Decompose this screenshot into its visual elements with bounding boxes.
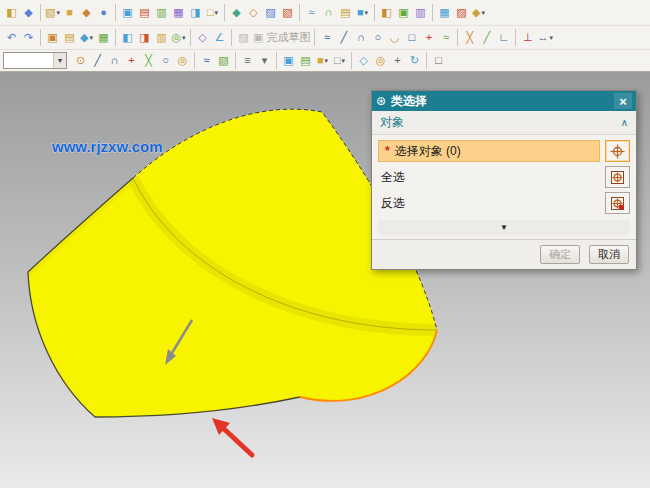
sketch-curve-icon[interactable]: ▨ (235, 28, 252, 48)
toolbar-separator (374, 4, 375, 21)
geometric-constraints-icon[interactable]: ⊥ (519, 28, 536, 48)
dialog-titlebar[interactable]: ⊛ 类选择 × (372, 91, 636, 111)
quick-extend-icon[interactable]: ╱ (478, 28, 495, 48)
pull-face-icon[interactable]: ◨ (136, 28, 153, 48)
selection-filter-icon[interactable]: ▾ (256, 51, 273, 71)
quadrant-snap-icon[interactable]: ◎ (174, 51, 191, 71)
sketch-icon[interactable]: ▧▾ (44, 3, 61, 23)
cancel-button[interactable]: 取消 (589, 245, 629, 264)
toolbar-separator (299, 4, 300, 21)
invert-selection-button[interactable] (605, 192, 630, 214)
window-display-icon[interactable]: □ (430, 51, 447, 71)
offset-surface-icon[interactable]: ◧ (378, 3, 395, 23)
shaded-display-icon[interactable]: ■▾ (314, 51, 331, 71)
collapse-chevron-icon[interactable]: ∧ (621, 117, 628, 128)
arc-center-snap-icon[interactable]: ○ (157, 51, 174, 71)
intersection-snap-icon[interactable]: ╳ (140, 51, 157, 71)
invert-selection-row: 反选 (372, 190, 636, 216)
pattern-feature-icon[interactable]: ▦ (170, 3, 187, 23)
crosshair-icon (610, 144, 625, 159)
quick-trim-icon[interactable]: ╳ (461, 28, 478, 48)
required-asterisk: * (385, 144, 390, 158)
profile-icon[interactable]: ≈ (318, 28, 335, 48)
pan-icon[interactable]: + (389, 51, 406, 71)
edit-feature-icon[interactable]: ▣ (44, 28, 61, 48)
ok-button[interactable]: 确定 (540, 245, 580, 264)
chevron-down-icon[interactable]: ▾ (53, 53, 66, 68)
point-on-face-snap-icon[interactable]: ▧ (215, 51, 232, 71)
redo-icon[interactable]: ↷ (20, 28, 37, 48)
snap-point-toggle-icon[interactable]: ⊙ (72, 51, 89, 71)
subtract-icon[interactable]: ▤ (136, 3, 153, 23)
chevron-down-icon: ▾ (325, 57, 329, 65)
zoom-icon[interactable]: ◎ (372, 51, 389, 71)
thicken-icon[interactable]: ▣ (395, 3, 412, 23)
fit-view-icon[interactable]: ◇ (355, 51, 372, 71)
arc-icon[interactable]: ∩ (352, 28, 369, 48)
rapid-dimension-icon[interactable]: ↔▾ (536, 28, 554, 48)
move-face-icon[interactable]: ▦ (436, 3, 453, 23)
measure-angle-icon[interactable]: ∠ (211, 28, 228, 48)
edit-sketch-icon[interactable]: ▤ (61, 28, 78, 48)
rotate-view-icon[interactable]: ↻ (406, 51, 423, 71)
control-point-snap-icon[interactable]: + (123, 51, 140, 71)
rectangle-icon[interactable]: □ (403, 28, 420, 48)
offset-region-icon[interactable]: ▥ (153, 28, 170, 48)
trimetric-view-icon[interactable]: ▤ (297, 51, 314, 71)
select-object-field[interactable]: * 选择对象 (0) (378, 140, 600, 162)
pattern-geometry-icon[interactable]: ▦ (95, 28, 112, 48)
through-curves-icon[interactable]: ≈ (303, 3, 320, 23)
wireframe-display-icon[interactable]: □▾ (331, 51, 348, 71)
ruled-surface-icon[interactable]: ▤ (337, 3, 354, 23)
bounded-plane-icon[interactable]: ■▾ (354, 3, 371, 23)
toolbar-separator (115, 4, 116, 21)
orient-view-icon[interactable]: ▣ (280, 51, 297, 71)
object-section-label: 对象 (380, 114, 621, 131)
point-icon[interactable]: + (420, 28, 437, 48)
sew-icon[interactable]: ▥ (412, 3, 429, 23)
swept-icon[interactable]: ∩ (320, 3, 337, 23)
select-all-button[interactable] (605, 166, 630, 188)
studio-spline-icon[interactable]: ≈ (437, 28, 454, 48)
datum-axis-icon[interactable]: ◆ (20, 3, 37, 23)
toolbar-separator (40, 4, 41, 21)
edge-blend-icon[interactable]: ◆ (228, 3, 245, 23)
delete-face-icon[interactable]: ▨ (453, 3, 470, 23)
mirror-feature-icon[interactable]: ◨ (187, 3, 204, 23)
end-point-snap-icon[interactable]: ╱ (89, 51, 106, 71)
menu-icon[interactable]: ≡ (239, 51, 256, 71)
make-corner-icon[interactable]: ∟ (495, 28, 512, 48)
line-icon[interactable]: ╱ (335, 28, 352, 48)
toolbar-separator (432, 4, 433, 21)
dialog-expand-toggle[interactable]: ▼ (378, 220, 630, 235)
hole-icon[interactable]: ● (95, 3, 112, 23)
move-object-icon[interactable]: ◆▾ (78, 28, 95, 48)
revolve-icon[interactable]: ◆ (78, 3, 95, 23)
point-on-curve-snap-icon[interactable]: ≈ (198, 51, 215, 71)
unite-icon[interactable]: ▣ (119, 3, 136, 23)
intersect-icon[interactable]: ▥ (153, 3, 170, 23)
toolbar-row-features: ◧◆▧▾■◆●▣▤▥▦◨□▾◆◇▨▧≈∩▤■▾◧▣▥▦▨◆▾ (0, 0, 650, 26)
chamfer-icon[interactable]: ◇ (245, 3, 262, 23)
close-button[interactable]: × (614, 93, 632, 109)
toolbar-row-selection: ▾ ⊙╱∩+╳○◎≈▧≡▾▣▤■▾□▾◇◎+↻□ (0, 50, 650, 71)
undo-icon[interactable]: ↶ (3, 28, 20, 48)
resize-blend-icon[interactable]: ◎▾ (170, 28, 187, 48)
fillet-icon[interactable]: ◡ (386, 28, 403, 48)
split-body-icon[interactable]: ▧ (279, 3, 296, 23)
annotation-arrow (212, 418, 252, 455)
selection-filter-combo[interactable]: ▾ (3, 52, 67, 69)
shell-icon[interactable]: □▾ (204, 3, 221, 23)
finish-sketch-button[interactable]: ▣完成草图 (252, 28, 311, 48)
toolbar-separator (194, 52, 195, 69)
trim-body-icon[interactable]: ▨ (262, 3, 279, 23)
circle-icon[interactable]: ○ (369, 28, 386, 48)
object-section-header[interactable]: 对象 ∧ (372, 111, 636, 135)
select-object-button[interactable] (605, 140, 630, 162)
mid-point-snap-icon[interactable]: ∩ (106, 51, 123, 71)
replace-face-icon[interactable]: ◆▾ (470, 3, 487, 23)
extrude-icon[interactable]: ■ (61, 3, 78, 23)
measure-distance-icon[interactable]: ◇ (194, 28, 211, 48)
datum-plane-icon[interactable]: ◧ (3, 3, 20, 23)
move-face-sync-icon[interactable]: ◧ (119, 28, 136, 48)
